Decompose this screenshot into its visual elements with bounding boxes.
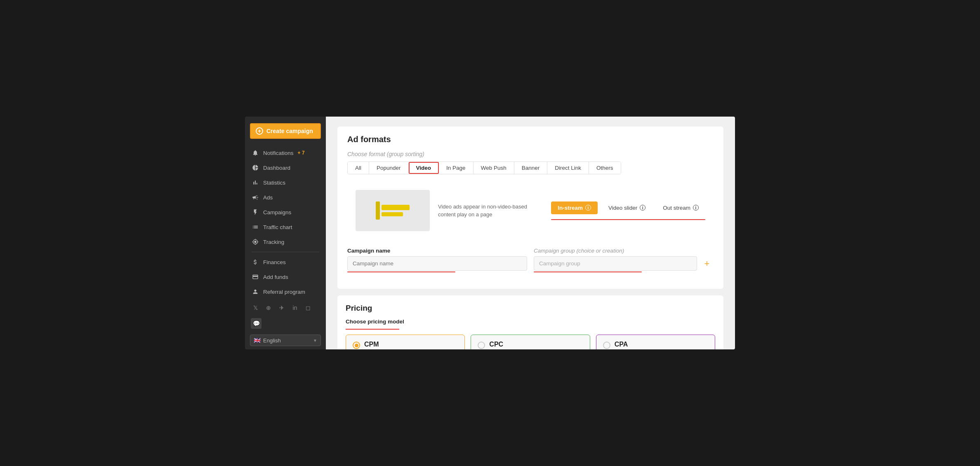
notification-badge: + 7	[298, 150, 305, 156]
videoslider-button[interactable]: Video slider i	[602, 201, 652, 214]
videoslider-info-icon: i	[640, 205, 645, 211]
chat-icon[interactable]: 💬	[251, 318, 261, 329]
flag-icon: 🇬🇧	[254, 337, 261, 344]
person-icon	[252, 288, 259, 295]
chat-icon-row: 💬	[245, 316, 326, 332]
video-preview-inner	[376, 201, 410, 220]
instagram-icon[interactable]: ◻	[304, 303, 313, 312]
tab-all[interactable]: All	[348, 162, 369, 174]
dollar-icon	[252, 258, 259, 266]
video-type-row: In-stream i Video slider i Out stream i	[551, 201, 705, 214]
cpm-title: CPM	[364, 341, 458, 348]
twitter-icon[interactable]: 𝕏	[251, 303, 260, 312]
sidebar-item-traffic-chart[interactable]: Traffic chart	[245, 220, 326, 234]
lightning-icon	[252, 208, 259, 216]
sidebar-item-tracking[interactable]: Tracking	[245, 234, 326, 249]
video-preview	[356, 190, 430, 231]
create-campaign-label: Create campaign	[266, 128, 313, 134]
pricing-cards: CPM Cost per 1000 impressions CPC Cost p…	[346, 335, 715, 349]
video-type-area: Video ads appear in non-video-based cont…	[347, 182, 714, 239]
sidebar-item-ads[interactable]: Ads	[245, 190, 326, 205]
campaign-form-row: Campaign name Campaign group (choice or …	[347, 248, 714, 272]
speaker-icon	[252, 194, 259, 201]
telegram-icon[interactable]: ✈	[277, 303, 286, 312]
outstream-info-icon: i	[693, 205, 699, 211]
campaign-name-wrapper	[347, 256, 527, 272]
campaign-name-underline	[347, 272, 455, 272]
bell-icon	[252, 149, 259, 157]
campaign-name-label: Campaign name	[347, 248, 527, 254]
language-label: English	[263, 337, 281, 344]
video-type-buttons: In-stream i Video slider i Out stream i	[551, 201, 705, 220]
tab-inpage[interactable]: In Page	[439, 162, 474, 174]
bar-icon	[252, 179, 259, 186]
format-tabs: All Popunder Video In Page Web Push Bann…	[347, 162, 621, 174]
tab-directlink[interactable]: Direct Link	[547, 162, 589, 174]
videoslider-label: Video slider	[608, 205, 637, 211]
sidebar-divider	[252, 252, 319, 252]
sidebar-item-add-funds[interactable]: Add funds	[245, 269, 326, 284]
video-description: Video ads appear in non-video-based cont…	[438, 203, 543, 219]
sidebar-nav: Notifications + 7 Dashboard Statistics	[245, 145, 326, 299]
instream-info-icon: i	[585, 205, 591, 211]
campaign-group-wrapper: Campaign group +	[534, 256, 714, 271]
campaign-group-select[interactable]: Campaign group	[534, 256, 697, 271]
statistics-label: Statistics	[263, 180, 285, 186]
cpa-radio	[603, 342, 610, 349]
sidebar-item-dashboard[interactable]: Dashboard	[245, 160, 326, 175]
pie-icon	[252, 164, 259, 171]
ad-formats-section: Ad formats Choose format (group sorting)…	[337, 126, 723, 289]
notifications-label: Notifications	[263, 150, 294, 156]
chevron-down-icon: ▼	[313, 338, 317, 343]
sidebar-item-referral[interactable]: Referral program	[245, 284, 326, 299]
gplus-icon[interactable]: ⊕	[264, 303, 273, 312]
add-group-button[interactable]: +	[700, 257, 714, 270]
sidebar-item-finances[interactable]: Finances	[245, 255, 326, 269]
tab-popunder[interactable]: Popunder	[369, 162, 409, 174]
instream-button[interactable]: In-stream i	[551, 201, 598, 214]
pricing-label-underline	[346, 329, 399, 330]
tab-banner[interactable]: Banner	[514, 162, 548, 174]
campaign-group-underline	[534, 272, 642, 272]
pricing-choose-label: Choose pricing model	[346, 318, 715, 325]
tracking-label: Tracking	[263, 239, 284, 245]
pricing-card-cpc[interactable]: CPC Cost per click	[471, 335, 590, 349]
card-icon	[252, 273, 259, 281]
cpm-radio	[353, 342, 360, 349]
sidebar-item-notifications[interactable]: Notifications + 7	[245, 145, 326, 160]
create-campaign-button[interactable]: + Create campaign	[250, 123, 321, 139]
add-funds-label: Add funds	[263, 274, 288, 280]
outstream-label: Out stream	[663, 205, 690, 211]
sidebar-item-campaigns[interactable]: Campaigns	[245, 205, 326, 220]
video-type-underline	[551, 219, 705, 220]
campaign-group-label: Campaign group (choice or creation)	[534, 248, 714, 254]
instream-label: In-stream	[558, 205, 583, 211]
cpc-radio	[478, 342, 485, 349]
social-icons-row: 𝕏 ⊕ ✈ in ◻	[245, 299, 326, 316]
campaign-group-field: Campaign group (choice or creation) Camp…	[534, 248, 714, 272]
linkedin-icon[interactable]: in	[290, 303, 299, 312]
cpa-title: CPA	[615, 341, 708, 348]
target-icon	[252, 238, 259, 246]
pricing-card-cpm[interactable]: CPM Cost per 1000 impressions	[346, 335, 465, 349]
pricing-title: Pricing	[346, 304, 715, 313]
ad-formats-title: Ad formats	[347, 135, 714, 144]
sidebar-item-statistics[interactable]: Statistics	[245, 175, 326, 190]
cpm-info: CPM Cost per 1000 impressions	[364, 341, 458, 349]
tab-webpush[interactable]: Web Push	[474, 162, 514, 174]
tab-others[interactable]: Others	[589, 162, 621, 174]
referral-label: Referral program	[263, 289, 305, 295]
language-selector[interactable]: 🇬🇧 English ▼	[250, 335, 321, 346]
outstream-button[interactable]: Out stream i	[656, 201, 705, 214]
list-icon	[252, 223, 259, 231]
campaign-name-field: Campaign name	[347, 248, 527, 272]
plus-circle-icon: +	[256, 127, 263, 135]
campaign-name-input[interactable]	[347, 256, 527, 271]
sidebar: + Create campaign Notifications + 7 Dash…	[245, 117, 326, 349]
finances-label: Finances	[263, 259, 286, 265]
cpc-title: CPC	[489, 341, 583, 348]
tab-video[interactable]: Video	[409, 162, 439, 174]
pricing-card-cpa[interactable]: CPA Cost per action	[596, 335, 715, 349]
cpa-info: CPA Cost per action	[615, 341, 708, 349]
cpc-info: CPC Cost per click	[489, 341, 583, 349]
